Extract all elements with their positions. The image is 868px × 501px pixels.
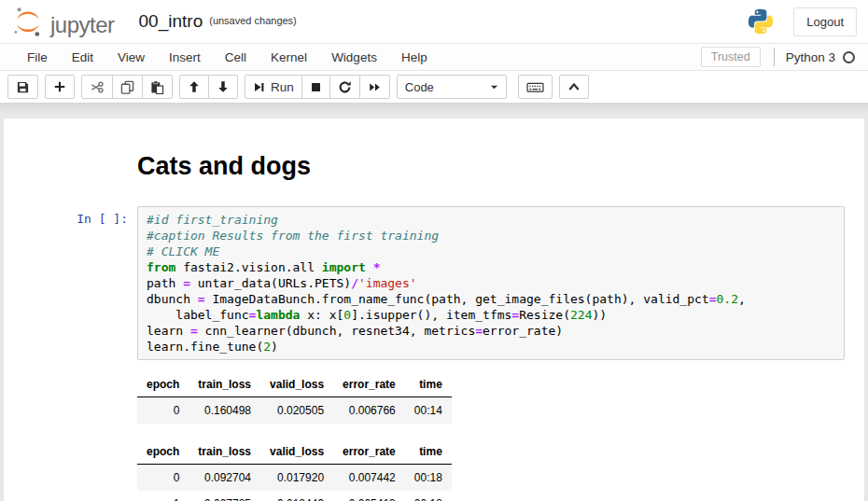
table-header-cell: epoch <box>137 439 189 465</box>
page-title: Cats and dogs <box>137 152 845 181</box>
table-cell: 0.027785 <box>189 491 260 501</box>
jupyter-logo-icon <box>11 5 45 38</box>
add-cell-button[interactable] <box>45 75 75 99</box>
table-cell: 1 <box>137 491 189 501</box>
copy-cell-icon <box>120 80 134 94</box>
paste-cell-icon <box>150 80 164 94</box>
code-input-area[interactable]: #id first_training#caption Results from … <box>137 206 845 360</box>
command-palette-icon <box>567 81 581 92</box>
menu-item-insert[interactable]: Insert <box>157 46 213 69</box>
run-icon <box>253 81 265 93</box>
code-lines: #id first_training#caption Results from … <box>147 212 835 355</box>
move-cell-up-button[interactable] <box>179 75 209 99</box>
move-cell-up-icon <box>188 80 201 93</box>
table-cell: 0.017920 <box>260 465 333 492</box>
keyboard-icon <box>526 80 544 94</box>
save-status: (unsaved changes) <box>209 15 297 29</box>
code-line: learn = cnn_learner(dbunch, resnet34, me… <box>147 323 835 339</box>
menu-item-view[interactable]: View <box>105 46 157 69</box>
stop-icon <box>310 81 322 93</box>
toolbar: Run Code <box>0 71 868 103</box>
notebook-title[interactable]: 00_intro <box>139 11 203 33</box>
code-cell[interactable]: In [ ]: #id first_training#caption Resul… <box>4 206 864 360</box>
add-cell-icon <box>53 80 66 93</box>
header-shadow-band <box>0 103 868 118</box>
table-row: 00.1604980.0205050.00676600:14 <box>137 397 452 424</box>
table-cell: 0.160498 <box>189 397 260 424</box>
save-button[interactable] <box>7 75 38 99</box>
menu-item-edit[interactable]: Edit <box>60 46 105 69</box>
kernel-idle-icon <box>843 51 855 63</box>
table-row: 00.0927040.0179200.00744200:18 <box>137 465 452 492</box>
cut-cell-button[interactable] <box>81 75 113 99</box>
cell-type-select[interactable]: Code <box>397 75 507 99</box>
trusted-badge[interactable]: Trusted <box>701 47 761 67</box>
table-cell: 0.020505 <box>260 397 333 424</box>
logout-button[interactable]: Logout <box>793 7 857 36</box>
paste-cell-button[interactable] <box>142 75 173 99</box>
notebook-header: jupyter 00_intro (unsaved changes) Logou… <box>0 0 868 43</box>
table-cell: 0.092704 <box>189 465 260 492</box>
jupyter-logo-text: jupyter <box>50 14 115 38</box>
training-results-table: epochtrain_lossvalid_losserror_ratetime0… <box>137 439 452 501</box>
table-cell: 00:14 <box>405 397 452 424</box>
notebook-page: Cats and dogs In [ ]: #id first_training… <box>4 118 864 501</box>
table-header-cell: time <box>405 372 452 397</box>
cut-cell-icon <box>90 80 105 94</box>
save-icon <box>16 80 30 94</box>
copy-cell-button[interactable] <box>112 75 143 99</box>
menu-item-help[interactable]: Help <box>389 46 440 69</box>
cell-type-caret-icon <box>490 83 498 91</box>
keyboard-shortcuts-button[interactable] <box>518 75 553 99</box>
move-cell-down-icon <box>217 80 230 93</box>
table-header-cell: error_rate <box>333 372 405 397</box>
table-cell: 0.012449 <box>260 491 333 501</box>
table-cell: 0.007442 <box>333 465 405 492</box>
code-line: # CLICK ME <box>147 244 835 259</box>
table-cell: 0.006766 <box>333 397 405 424</box>
command-palette-button[interactable] <box>559 75 589 99</box>
restart-run-all-icon <box>368 81 382 93</box>
table-cell: 0 <box>137 465 189 492</box>
table-header-cell: train_loss <box>189 372 260 397</box>
stop-kernel-button[interactable] <box>301 75 330 99</box>
menu-item-file[interactable]: File <box>15 46 60 69</box>
menu-item-widgets[interactable]: Widgets <box>319 46 389 69</box>
table-cell: 0.005413 <box>333 491 405 501</box>
input-prompt: In [ ]: <box>4 206 137 360</box>
table-header-cell: valid_loss <box>260 372 333 397</box>
table-cell: 00:18 <box>405 465 452 492</box>
table-header-cell: error_rate <box>333 439 405 465</box>
restart-kernel-button[interactable] <box>329 75 360 99</box>
table-row: 10.0277850.0124490.00541300:18 <box>137 491 452 501</box>
table-cell: 00:18 <box>405 491 452 501</box>
table-header-cell: valid_loss <box>260 439 333 465</box>
cell-type-value: Code <box>405 80 434 94</box>
code-line: #id first_training <box>147 212 835 228</box>
menubar: FileEditViewInsertCellKernelWidgetsHelp … <box>0 43 868 71</box>
code-line: learn.fine_tune(2) <box>147 339 835 355</box>
jupyter-logo[interactable]: jupyter <box>11 5 115 38</box>
table-cell: 0 <box>137 397 189 424</box>
outputs: epochtrain_lossvalid_losserror_ratetime0… <box>137 372 845 501</box>
kernel-name: Python 3 <box>786 50 835 64</box>
markdown-cell[interactable]: Cats and dogs <box>137 152 845 181</box>
restart-kernel-icon <box>338 80 352 94</box>
training-results-table: epochtrain_lossvalid_losserror_ratetime0… <box>137 372 452 424</box>
code-line: #caption Results from the first training <box>147 228 835 244</box>
menu-item-kernel[interactable]: Kernel <box>259 46 319 69</box>
table-header-cell: epoch <box>137 372 189 397</box>
code-line: dbunch = ImageDataBunch.from_name_func(p… <box>147 291 835 307</box>
code-line: path = untar_data(URLs.PETS)/'images' <box>147 275 835 291</box>
move-cell-down-button[interactable] <box>208 75 238 99</box>
code-line: label_func=lambda x: x[0].isupper(), ite… <box>147 307 835 323</box>
run-label: Run <box>271 80 294 94</box>
menu-item-cell[interactable]: Cell <box>213 46 259 69</box>
code-line: from fastai2.vision.all import * <box>147 259 835 275</box>
menubar-separator <box>774 48 775 66</box>
python-logo-icon <box>747 7 775 35</box>
restart-run-all-button[interactable] <box>359 75 390 99</box>
run-cell-button[interactable]: Run <box>245 75 302 99</box>
table-header-cell: train_loss <box>189 439 260 465</box>
table-header-cell: time <box>405 439 452 465</box>
